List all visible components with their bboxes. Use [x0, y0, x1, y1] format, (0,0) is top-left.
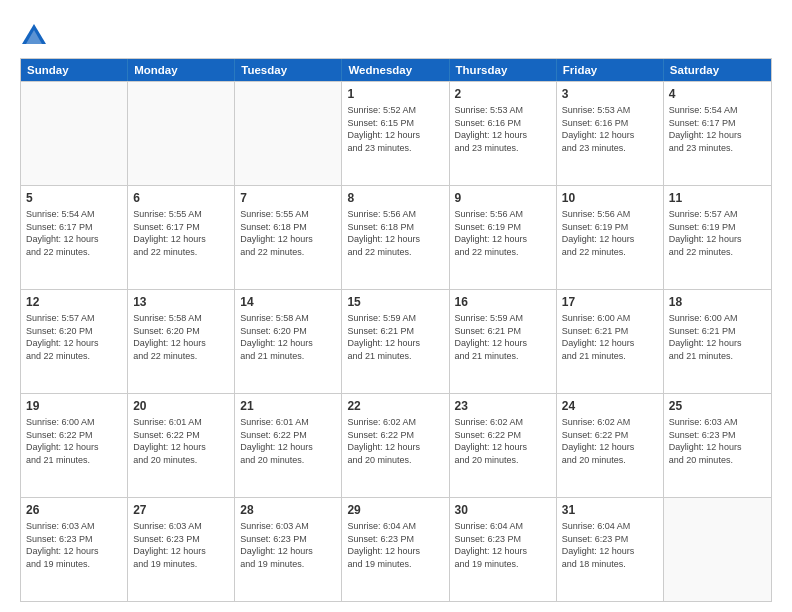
header	[20, 18, 772, 50]
day-info: Sunrise: 6:00 AM Sunset: 6:22 PM Dayligh…	[26, 416, 122, 466]
day-info: Sunrise: 5:58 AM Sunset: 6:20 PM Dayligh…	[133, 312, 229, 362]
day-number: 7	[240, 190, 336, 206]
day-number: 10	[562, 190, 658, 206]
day-cell-17: 17Sunrise: 6:00 AM Sunset: 6:21 PM Dayli…	[557, 290, 664, 393]
day-number: 30	[455, 502, 551, 518]
day-info: Sunrise: 5:55 AM Sunset: 6:18 PM Dayligh…	[240, 208, 336, 258]
day-cell-8: 8Sunrise: 5:56 AM Sunset: 6:18 PM Daylig…	[342, 186, 449, 289]
day-header-thursday: Thursday	[450, 59, 557, 81]
day-cell-27: 27Sunrise: 6:03 AM Sunset: 6:23 PM Dayli…	[128, 498, 235, 601]
day-number: 12	[26, 294, 122, 310]
day-info: Sunrise: 5:56 AM Sunset: 6:19 PM Dayligh…	[562, 208, 658, 258]
page: SundayMondayTuesdayWednesdayThursdayFrid…	[0, 0, 792, 612]
day-cell-18: 18Sunrise: 6:00 AM Sunset: 6:21 PM Dayli…	[664, 290, 771, 393]
day-number: 2	[455, 86, 551, 102]
day-header-sunday: Sunday	[21, 59, 128, 81]
day-header-wednesday: Wednesday	[342, 59, 449, 81]
calendar-body: 1Sunrise: 5:52 AM Sunset: 6:15 PM Daylig…	[21, 81, 771, 601]
day-cell-22: 22Sunrise: 6:02 AM Sunset: 6:22 PM Dayli…	[342, 394, 449, 497]
day-number: 20	[133, 398, 229, 414]
day-info: Sunrise: 5:56 AM Sunset: 6:18 PM Dayligh…	[347, 208, 443, 258]
day-info: Sunrise: 5:54 AM Sunset: 6:17 PM Dayligh…	[26, 208, 122, 258]
day-number: 18	[669, 294, 766, 310]
day-cell-1: 1Sunrise: 5:52 AM Sunset: 6:15 PM Daylig…	[342, 82, 449, 185]
day-info: Sunrise: 6:00 AM Sunset: 6:21 PM Dayligh…	[562, 312, 658, 362]
day-cell-24: 24Sunrise: 6:02 AM Sunset: 6:22 PM Dayli…	[557, 394, 664, 497]
empty-cell	[128, 82, 235, 185]
day-cell-11: 11Sunrise: 5:57 AM Sunset: 6:19 PM Dayli…	[664, 186, 771, 289]
day-number: 13	[133, 294, 229, 310]
day-info: Sunrise: 5:55 AM Sunset: 6:17 PM Dayligh…	[133, 208, 229, 258]
day-number: 21	[240, 398, 336, 414]
day-info: Sunrise: 5:57 AM Sunset: 6:20 PM Dayligh…	[26, 312, 122, 362]
day-number: 3	[562, 86, 658, 102]
day-info: Sunrise: 6:04 AM Sunset: 6:23 PM Dayligh…	[562, 520, 658, 570]
day-number: 27	[133, 502, 229, 518]
day-info: Sunrise: 5:53 AM Sunset: 6:16 PM Dayligh…	[455, 104, 551, 154]
day-info: Sunrise: 5:53 AM Sunset: 6:16 PM Dayligh…	[562, 104, 658, 154]
day-number: 22	[347, 398, 443, 414]
day-number: 8	[347, 190, 443, 206]
day-cell-10: 10Sunrise: 5:56 AM Sunset: 6:19 PM Dayli…	[557, 186, 664, 289]
day-info: Sunrise: 5:52 AM Sunset: 6:15 PM Dayligh…	[347, 104, 443, 154]
day-cell-9: 9Sunrise: 5:56 AM Sunset: 6:19 PM Daylig…	[450, 186, 557, 289]
day-cell-12: 12Sunrise: 5:57 AM Sunset: 6:20 PM Dayli…	[21, 290, 128, 393]
day-cell-19: 19Sunrise: 6:00 AM Sunset: 6:22 PM Dayli…	[21, 394, 128, 497]
week-row-1: 1Sunrise: 5:52 AM Sunset: 6:15 PM Daylig…	[21, 81, 771, 185]
calendar-header: SundayMondayTuesdayWednesdayThursdayFrid…	[21, 59, 771, 81]
empty-cell	[664, 498, 771, 601]
day-cell-4: 4Sunrise: 5:54 AM Sunset: 6:17 PM Daylig…	[664, 82, 771, 185]
day-number: 9	[455, 190, 551, 206]
week-row-2: 5Sunrise: 5:54 AM Sunset: 6:17 PM Daylig…	[21, 185, 771, 289]
day-number: 31	[562, 502, 658, 518]
day-header-tuesday: Tuesday	[235, 59, 342, 81]
day-info: Sunrise: 6:03 AM Sunset: 6:23 PM Dayligh…	[669, 416, 766, 466]
day-info: Sunrise: 6:04 AM Sunset: 6:23 PM Dayligh…	[347, 520, 443, 570]
day-number: 26	[26, 502, 122, 518]
day-info: Sunrise: 6:03 AM Sunset: 6:23 PM Dayligh…	[133, 520, 229, 570]
day-cell-14: 14Sunrise: 5:58 AM Sunset: 6:20 PM Dayli…	[235, 290, 342, 393]
day-info: Sunrise: 5:58 AM Sunset: 6:20 PM Dayligh…	[240, 312, 336, 362]
day-number: 16	[455, 294, 551, 310]
day-cell-23: 23Sunrise: 6:02 AM Sunset: 6:22 PM Dayli…	[450, 394, 557, 497]
day-number: 25	[669, 398, 766, 414]
calendar: SundayMondayTuesdayWednesdayThursdayFrid…	[20, 58, 772, 602]
day-info: Sunrise: 5:56 AM Sunset: 6:19 PM Dayligh…	[455, 208, 551, 258]
day-cell-5: 5Sunrise: 5:54 AM Sunset: 6:17 PM Daylig…	[21, 186, 128, 289]
day-cell-13: 13Sunrise: 5:58 AM Sunset: 6:20 PM Dayli…	[128, 290, 235, 393]
day-info: Sunrise: 6:00 AM Sunset: 6:21 PM Dayligh…	[669, 312, 766, 362]
day-number: 5	[26, 190, 122, 206]
day-info: Sunrise: 6:03 AM Sunset: 6:23 PM Dayligh…	[26, 520, 122, 570]
day-header-saturday: Saturday	[664, 59, 771, 81]
day-number: 1	[347, 86, 443, 102]
day-info: Sunrise: 6:02 AM Sunset: 6:22 PM Dayligh…	[455, 416, 551, 466]
empty-cell	[235, 82, 342, 185]
day-info: Sunrise: 6:02 AM Sunset: 6:22 PM Dayligh…	[562, 416, 658, 466]
day-number: 28	[240, 502, 336, 518]
day-cell-3: 3Sunrise: 5:53 AM Sunset: 6:16 PM Daylig…	[557, 82, 664, 185]
day-header-friday: Friday	[557, 59, 664, 81]
day-info: Sunrise: 5:57 AM Sunset: 6:19 PM Dayligh…	[669, 208, 766, 258]
week-row-4: 19Sunrise: 6:00 AM Sunset: 6:22 PM Dayli…	[21, 393, 771, 497]
day-number: 29	[347, 502, 443, 518]
day-info: Sunrise: 6:01 AM Sunset: 6:22 PM Dayligh…	[133, 416, 229, 466]
day-header-monday: Monday	[128, 59, 235, 81]
day-cell-2: 2Sunrise: 5:53 AM Sunset: 6:16 PM Daylig…	[450, 82, 557, 185]
day-info: Sunrise: 6:01 AM Sunset: 6:22 PM Dayligh…	[240, 416, 336, 466]
day-cell-16: 16Sunrise: 5:59 AM Sunset: 6:21 PM Dayli…	[450, 290, 557, 393]
week-row-3: 12Sunrise: 5:57 AM Sunset: 6:20 PM Dayli…	[21, 289, 771, 393]
logo-icon	[20, 22, 48, 50]
day-number: 19	[26, 398, 122, 414]
day-number: 6	[133, 190, 229, 206]
logo	[20, 22, 52, 50]
day-info: Sunrise: 6:04 AM Sunset: 6:23 PM Dayligh…	[455, 520, 551, 570]
day-info: Sunrise: 5:54 AM Sunset: 6:17 PM Dayligh…	[669, 104, 766, 154]
day-cell-25: 25Sunrise: 6:03 AM Sunset: 6:23 PM Dayli…	[664, 394, 771, 497]
day-cell-31: 31Sunrise: 6:04 AM Sunset: 6:23 PM Dayli…	[557, 498, 664, 601]
day-info: Sunrise: 5:59 AM Sunset: 6:21 PM Dayligh…	[347, 312, 443, 362]
day-number: 24	[562, 398, 658, 414]
day-cell-7: 7Sunrise: 5:55 AM Sunset: 6:18 PM Daylig…	[235, 186, 342, 289]
day-number: 14	[240, 294, 336, 310]
day-cell-29: 29Sunrise: 6:04 AM Sunset: 6:23 PM Dayli…	[342, 498, 449, 601]
day-cell-6: 6Sunrise: 5:55 AM Sunset: 6:17 PM Daylig…	[128, 186, 235, 289]
